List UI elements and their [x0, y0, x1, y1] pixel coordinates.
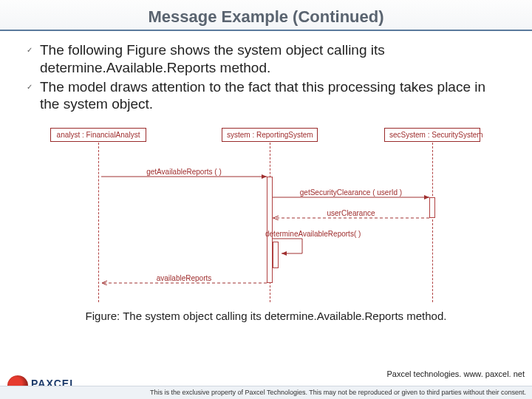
check-icon: ✓ [27, 41, 40, 54]
sequence-diagram: analyst : FinancialAnalystsystem : Repor… [33, 123, 499, 308]
message-label: getAvailableReports ( ) [132, 168, 236, 176]
lifeline [432, 143, 433, 302]
figure-caption: Figure: The system object calling its de… [0, 310, 532, 322]
message-label: determineAvailableReports( ) [265, 230, 361, 238]
footer-disclaimer: This is the exclusive property of Paxcel… [0, 386, 532, 399]
bullet-item: ✓ The model draws attention to the fact … [27, 78, 505, 114]
message-label: userClearance [299, 209, 403, 217]
check-icon: ✓ [27, 78, 40, 91]
participant-box: secSystem : SecuritySystem [384, 128, 480, 142]
bullet-text: The model draws attention to the fact th… [40, 78, 505, 114]
participant-box: system : ReportingSystem [222, 128, 318, 142]
footer-attribution: Paxcel technologies. www. paxcel. net [387, 369, 525, 378]
bullet-text: The following Figure shows the system ob… [40, 41, 505, 77]
message-label: getSecurityClearance ( userId ) [299, 188, 403, 197]
bullet-item: ✓ The following Figure shows the system … [27, 41, 505, 77]
activation-bar [429, 197, 435, 218]
body-text: ✓ The following Figure shows the system … [0, 31, 532, 117]
footer: PAXCEL a Passion for Excellence Paxcel t… [0, 362, 532, 399]
participant-box: analyst : FinancialAnalyst [50, 128, 146, 142]
lifeline [98, 143, 99, 302]
message-label: availableReports [132, 274, 236, 282]
slide-title: Message Example (Continued) [0, 0, 532, 31]
activation-bar [273, 242, 279, 268]
